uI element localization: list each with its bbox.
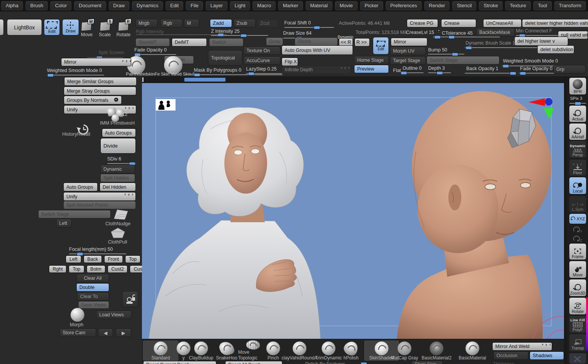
view-button[interactable]: Botm <box>87 265 105 273</box>
morph-target-icon[interactable] <box>71 308 84 322</box>
sculpt-viewport[interactable] <box>142 83 564 339</box>
weighted-smooth-slider-label[interactable]: Weighted Smooth Mode 0 <box>503 58 558 64</box>
divide-button[interactable]: Divide <box>100 138 136 154</box>
flat-label[interactable]: Flat <box>393 68 401 73</box>
home-stage-button[interactable]: Home Stage <box>354 56 389 64</box>
menu-item[interactable]: Macro <box>253 1 275 10</box>
target-stage-button[interactable]: Target Stage <box>390 56 426 65</box>
dynamic-button[interactable]: Dynamic <box>100 165 135 173</box>
gizmo-x-arrow[interactable] <box>528 98 545 106</box>
brush-item[interactable]: SnakeHoo <box>213 340 240 361</box>
m-button[interactable]: M <box>184 19 199 27</box>
menu-item[interactable]: Dynamics <box>132 1 163 10</box>
rotate-view-button[interactable]: Rotate <box>569 297 586 315</box>
shadows-button[interactable]: Shadows <box>530 351 564 360</box>
xyz-rotation-button[interactable]: XYZ <box>569 213 586 224</box>
cloth-pull-icon[interactable] <box>110 226 126 239</box>
spix-slider[interactable] <box>569 103 586 104</box>
menu-item[interactable]: Tool <box>533 1 552 10</box>
store-cam-button[interactable]: Store Cam <box>60 329 96 337</box>
thickness-label[interactable]: Thickness <box>493 361 514 364</box>
bump-slider-label[interactable]: Bump 50 <box>428 47 447 53</box>
auto-groups2-button[interactable]: Auto Groups <box>63 183 98 191</box>
edit-mode-button[interactable]: Edit <box>44 19 60 35</box>
menu-item[interactable]: Texture <box>505 1 531 10</box>
move-tool-button[interactable]: M <box>81 21 92 31</box>
cloth-pull-label[interactable]: ClothPull <box>108 239 127 245</box>
zoom3d-button[interactable]: Zoom3D <box>569 279 586 297</box>
unify-xyz-icon[interactable]: x y z <box>125 106 134 109</box>
thick-skin-button[interactable]: Thick Skin <box>411 361 443 364</box>
back-opacity-slider-label[interactable]: Back Opacity 1 <box>466 66 498 71</box>
rgb-intensity-slider-label[interactable]: Rgb Intensity <box>136 29 164 34</box>
menu-item[interactable]: Preferences <box>386 1 422 10</box>
timeline-scrollbar[interactable] <box>142 76 564 83</box>
menu-item[interactable]: Render <box>424 1 450 10</box>
load-views-button[interactable]: Load Views <box>96 311 132 319</box>
menu-item[interactable]: Movie <box>335 1 358 10</box>
menu-item[interactable]: Edit <box>166 1 183 10</box>
lsym-button[interactable]: L.Sym <box>569 196 586 213</box>
rotate-y-icon[interactable]: Y <box>572 226 582 233</box>
unify2-xyz-icon[interactable]: x y z <box>124 193 134 196</box>
mirror-left-button[interactable]: Mirror <box>61 58 131 66</box>
lazy-step-slider[interactable] <box>246 73 282 74</box>
brush-item[interactable]: BasicMaterial <box>453 340 491 361</box>
view-button[interactable]: Back <box>84 255 102 263</box>
flip-x-button[interactable]: Flip X <box>282 58 298 66</box>
brush-item[interactable]: Pinch <box>263 340 283 361</box>
infinite-depth-xyz-icon[interactable]: x y z <box>341 66 350 69</box>
crease-lvl-radio[interactable] <box>437 29 441 32</box>
switch-button[interactable]: Switch <box>209 38 243 47</box>
occlusion-button[interactable]: Occlusion <box>493 351 528 360</box>
store-mt-button[interactable]: StoreMT <box>135 38 170 47</box>
lightbox-button[interactable]: LightBox <box>7 19 42 35</box>
timeline-thumb[interactable] <box>184 78 226 82</box>
scale-tool-button[interactable]: S <box>100 21 111 31</box>
bust-wigged-figure[interactable] <box>149 107 321 339</box>
z-intensity-slider[interactable] <box>211 35 268 36</box>
sdiv-slider[interactable] <box>107 163 136 164</box>
bump-slider[interactable] <box>428 54 464 55</box>
menu-item[interactable]: Stencil <box>452 1 476 10</box>
draw-mode-button[interactable]: Draw <box>62 19 79 35</box>
camera-lock-button[interactable] <box>122 291 138 307</box>
fade-opacity2-slider-label[interactable]: Fade Opacity 0 <box>520 66 553 71</box>
fade-opacity-slider-label[interactable]: Fade Opacity 0 <box>134 47 167 53</box>
zadd-button[interactable]: Zadd <box>210 19 232 27</box>
del-hidden-button[interactable]: Del Hidden <box>100 183 136 191</box>
delete-lower-higher-hidden-button[interactable]: delet lower higher hidden vahi <box>522 19 588 27</box>
polyframe-button[interactable]: Line Fill PolyF <box>569 316 586 333</box>
clear-all-button[interactable]: Clear All <box>76 274 109 282</box>
save-views-button[interactable]: Save Views <box>78 301 109 309</box>
outline-slider[interactable] <box>401 72 424 73</box>
sdiv-slider-label[interactable]: SDiv 6 <box>107 156 121 162</box>
ctolerance-slider-label[interactable]: CTolerance 45 <box>442 30 473 36</box>
uncrease-all-button[interactable]: UnCreaseAll <box>483 19 522 27</box>
menu-item[interactable]: File <box>186 1 203 10</box>
mirror-weld-xyz-icon[interactable]: x y z <box>542 343 551 346</box>
menu-item[interactable]: Document <box>74 1 106 10</box>
menu-item[interactable]: Material <box>306 1 332 10</box>
reset-current-brush-button[interactable]: Reset Current Brush <box>143 361 216 364</box>
gizmo-y-arrow[interactable] <box>544 108 554 119</box>
brush-item[interactable]: MatCap Gray <box>391 340 418 361</box>
grow-button[interactable]: Grow <box>266 37 283 46</box>
left-button[interactable]: Left <box>56 219 72 228</box>
next-cam-button[interactable]: ▶ <box>116 329 131 337</box>
menu-item[interactable]: Layer <box>206 1 227 10</box>
floor-button[interactable]: x y z Floor <box>569 159 586 176</box>
draw-size-slider-label[interactable]: Draw Size 64 <box>283 30 311 36</box>
brush-item[interactable]: hPolish <box>339 340 363 361</box>
menu-item[interactable]: Transform <box>554 1 586 10</box>
view-button[interactable]: Cust2 <box>108 265 128 273</box>
frame-button[interactable]: Frame <box>569 243 586 260</box>
history-recall-label[interactable]: HistoryRecall <box>62 131 90 137</box>
view-button[interactable]: Top <box>125 255 140 263</box>
rotate-z-icon[interactable]: Z <box>572 235 582 242</box>
split-screen-slider-label[interactable]: Split Screen <box>98 50 124 55</box>
view-button[interactable]: Rght <box>49 265 66 273</box>
view-button[interactable]: Front <box>104 255 123 263</box>
spix-slider-label[interactable]: SPix 3 <box>570 96 582 101</box>
weighted-smooth-left-slider[interactable] <box>47 75 104 75</box>
